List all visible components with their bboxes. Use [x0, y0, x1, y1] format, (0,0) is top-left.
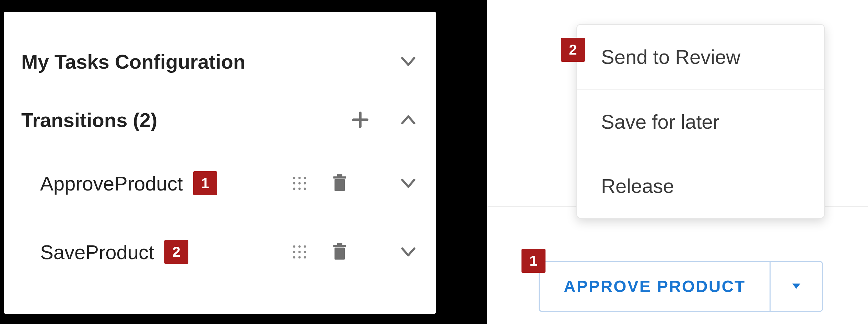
section-my-tasks[interactable]: My Tasks Configuration [21, 32, 419, 91]
svg-point-2 [293, 177, 295, 179]
svg-point-7 [304, 182, 306, 185]
svg-rect-25 [337, 243, 342, 245]
menu-item-release[interactable]: Release [577, 154, 824, 218]
svg-point-17 [293, 251, 295, 253]
section-my-tasks-label: My Tasks Configuration [21, 50, 398, 73]
svg-point-4 [304, 177, 306, 179]
section-transitions[interactable]: Transitions (2) [21, 91, 419, 149]
chevron-down-icon[interactable] [398, 242, 419, 262]
drag-handle-icon[interactable] [290, 174, 309, 193]
svg-point-5 [293, 182, 295, 185]
svg-rect-23 [335, 248, 345, 260]
svg-point-19 [304, 251, 306, 253]
svg-point-10 [304, 187, 306, 190]
chevron-down-icon[interactable] [398, 51, 419, 72]
transition-item[interactable]: ApproveProduct 1 [21, 149, 419, 218]
approve-product-split-button: APPROVE PRODUCT [539, 261, 823, 312]
drag-handle-icon[interactable] [290, 243, 309, 261]
trash-icon[interactable] [329, 173, 350, 194]
chevron-up-icon[interactable] [398, 109, 419, 130]
trash-icon[interactable] [329, 242, 350, 262]
svg-point-18 [298, 251, 301, 253]
svg-marker-26 [793, 284, 800, 289]
transition-name: ApproveProduct [40, 172, 183, 195]
svg-point-6 [298, 182, 301, 185]
annotation-badge: 1 [521, 249, 546, 273]
section-transitions-label: Transitions (2) [21, 108, 350, 131]
svg-point-22 [304, 256, 306, 258]
preview-area: Send to Review Save for later Release 2 … [487, 0, 868, 324]
svg-point-21 [298, 256, 301, 258]
svg-point-9 [298, 187, 301, 190]
svg-point-14 [293, 245, 295, 248]
actions-menu: Send to Review Save for later Release [576, 24, 825, 219]
annotation-badge: 1 [193, 171, 217, 195]
annotation-badge: 2 [164, 240, 188, 264]
transition-name: SaveProduct [40, 241, 154, 264]
svg-point-20 [293, 256, 295, 258]
svg-rect-13 [337, 174, 342, 176]
approve-product-caret[interactable] [770, 262, 822, 311]
caret-down-icon [789, 279, 803, 294]
menu-item-send-to-review[interactable]: Send to Review [577, 25, 824, 90]
svg-rect-24 [333, 245, 346, 247]
annotation-badge: 2 [561, 38, 585, 62]
transition-item[interactable]: SaveProduct 2 [21, 218, 419, 286]
plus-icon[interactable] [350, 109, 371, 130]
config-panel: My Tasks Configuration Transitions (2) A… [4, 12, 436, 314]
svg-point-16 [304, 245, 306, 248]
svg-rect-11 [335, 179, 345, 191]
approve-product-button[interactable]: APPROVE PRODUCT [540, 262, 770, 311]
chevron-down-icon[interactable] [398, 173, 419, 194]
svg-point-15 [298, 245, 301, 248]
svg-point-8 [293, 187, 295, 190]
svg-rect-12 [333, 176, 346, 178]
svg-point-3 [298, 177, 301, 179]
menu-item-save-for-later[interactable]: Save for later [577, 90, 824, 154]
